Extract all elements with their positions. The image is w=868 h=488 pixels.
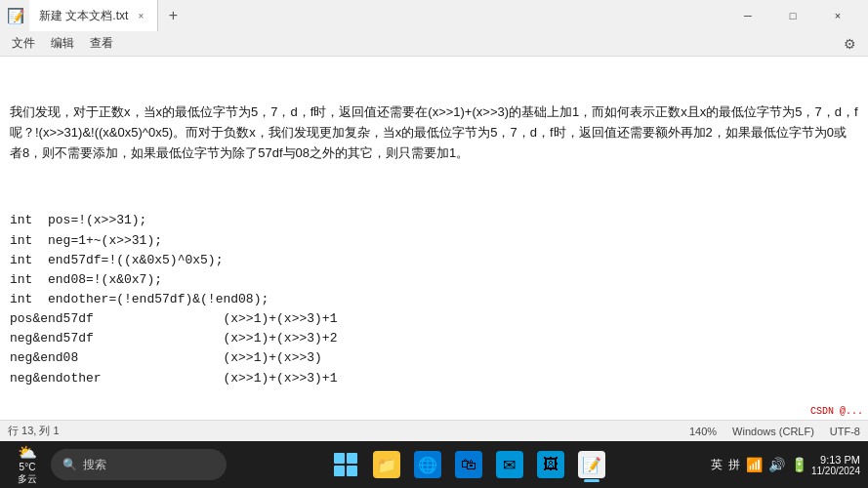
app-icon-small: 📝 xyxy=(8,8,23,23)
keyboard-lang-icon[interactable]: 英 xyxy=(711,457,723,473)
menu-bar: 文件 编辑 查看 ⚙ xyxy=(0,31,868,57)
system-tray: 英 拼 📶 🔊 🔋 9:13 PM 11/20/2024 xyxy=(711,454,860,476)
menu-edit[interactable]: 编辑 xyxy=(43,33,82,54)
taskbar: ⛅ 5°C 多云 🔍 搜索 📁 🌐 🛍 xyxy=(0,441,868,488)
taskbar-search[interactable]: 🔍 搜索 xyxy=(51,449,227,480)
maximize-button[interactable]: □ xyxy=(770,0,815,31)
minimize-button[interactable]: ─ xyxy=(725,0,770,31)
menu-view[interactable]: 查看 xyxy=(82,33,121,54)
start-button[interactable] xyxy=(326,445,365,484)
photos-icon: 🖼 xyxy=(537,451,564,478)
search-label: 搜索 xyxy=(83,457,106,473)
taskbar-store[interactable]: 🛍 xyxy=(449,445,488,484)
taskbar-notepad[interactable]: 📝 xyxy=(572,445,611,484)
search-icon: 🔍 xyxy=(62,458,77,471)
title-bar: 📝 新建 文本文档.txt × + ─ □ × xyxy=(0,0,868,31)
status-right: 140% Windows (CRLF) UTF-8 xyxy=(689,426,860,437)
tray-icons: 英 拼 📶 🔊 🔋 xyxy=(711,457,807,473)
battery-icon[interactable]: 🔋 xyxy=(791,457,807,472)
line-ending[interactable]: Windows (CRLF) xyxy=(732,426,814,437)
weather-widget[interactable]: ⛅ 5°C 多云 xyxy=(8,443,47,486)
text-editor[interactable]: 我们发现，对于正数x，当x的最低位字节为5，7，d，f时，返回值还需要在(x>>… xyxy=(0,57,868,420)
taskbar-mail[interactable]: ✉ xyxy=(490,445,529,484)
taskbar-photos[interactable]: 🖼 xyxy=(531,445,570,484)
volume-icon[interactable]: 🔊 xyxy=(768,457,785,472)
weather-condition: 多云 xyxy=(18,472,37,486)
description-paragraph: 我们发现，对于正数x，当x的最低位字节为5，7，d，f时，返回值还需要在(x>>… xyxy=(10,102,858,163)
taskbar-apps: 📁 🌐 🛍 ✉ 🖼 📝 xyxy=(326,445,611,484)
taskbar-explorer[interactable]: 📁 xyxy=(367,445,406,484)
ime-icon[interactable]: 拼 xyxy=(728,457,740,473)
cursor-position: 行 13, 列 1 xyxy=(8,424,60,438)
code-block-1: int pos=!(x>>31); int neg=1+~(x>>31); in… xyxy=(10,211,858,387)
zoom-level[interactable]: 140% xyxy=(689,426,717,437)
date-display: 11/20/2024 xyxy=(811,466,860,476)
settings-button[interactable]: ⚙ xyxy=(836,34,864,54)
editor-content-area: 我们发现，对于正数x，当x的最低位字节为5，7，d，f时，返回值还需要在(x>>… xyxy=(0,57,868,420)
new-tab-button[interactable]: + xyxy=(158,0,187,31)
menu-file[interactable]: 文件 xyxy=(4,33,43,54)
windows-logo xyxy=(334,453,357,476)
close-button[interactable]: × xyxy=(815,0,860,31)
taskbar-edge[interactable]: 🌐 xyxy=(408,445,447,484)
weather-temp: 5°C xyxy=(20,462,36,472)
wifi-icon[interactable]: 📶 xyxy=(746,457,763,472)
tab-close-button[interactable]: × xyxy=(134,9,147,22)
csdn-watermark: CSDN @... xyxy=(807,403,866,420)
mail-icon: ✉ xyxy=(496,451,523,478)
tab-strip: 新建 文本文档.txt × + xyxy=(29,0,725,31)
explorer-icon: 📁 xyxy=(373,451,400,478)
notepad-icon: 📝 xyxy=(578,451,605,478)
time-display: 9:13 PM xyxy=(811,454,860,466)
store-icon: 🛍 xyxy=(455,451,482,478)
edge-icon: 🌐 xyxy=(414,451,441,478)
clock[interactable]: 9:13 PM 11/20/2024 xyxy=(811,454,860,476)
window-controls: ─ □ × xyxy=(725,0,860,31)
tab-label: 新建 文本文档.txt xyxy=(39,8,128,24)
status-bar: 行 13, 列 1 140% Windows (CRLF) UTF-8 xyxy=(0,420,868,441)
active-tab[interactable]: 新建 文本文档.txt × xyxy=(29,0,158,31)
encoding[interactable]: UTF-8 xyxy=(830,426,860,437)
